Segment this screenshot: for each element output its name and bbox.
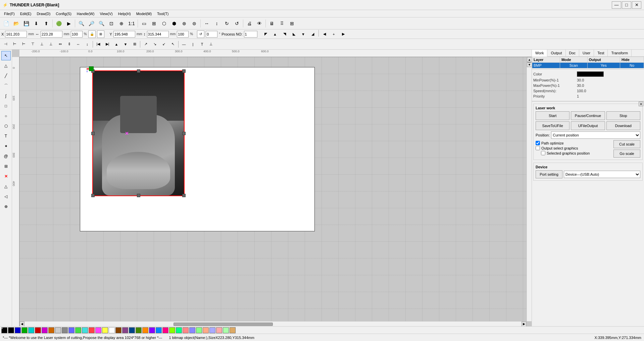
preview-button[interactable]: 👁: [255, 19, 264, 28]
palette-color-5[interactable]: [35, 327, 41, 333]
device-select[interactable]: Device---(USB:Auto): [564, 171, 640, 178]
h-input[interactable]: [147, 31, 169, 38]
go-scale-button[interactable]: Go scale: [613, 150, 640, 158]
palette-color-33[interactable]: [223, 327, 229, 333]
save-button[interactable]: 💾: [21, 19, 31, 28]
menu-edit[interactable]: Edit(E): [17, 11, 34, 16]
align-diag-3[interactable]: ↙: [159, 40, 168, 49]
align-mr[interactable]: ▶: [339, 30, 348, 39]
same-height[interactable]: ↕: [83, 40, 92, 49]
align-center-v[interactable]: ⊥: [38, 40, 46, 49]
hscroll-right[interactable]: ▶: [522, 322, 527, 327]
vscroll-down[interactable]: ▼: [527, 62, 532, 67]
delete-tool[interactable]: ✕: [1, 172, 11, 181]
download-button[interactable]: Download: [606, 121, 640, 130]
canvas-container[interactable]: -200.0 -100.0 0.0 100.0 200.0 300.0 400.…: [12, 50, 532, 326]
palette-color-7[interactable]: [48, 327, 54, 333]
palette-color-30[interactable]: [203, 327, 209, 333]
dots-button[interactable]: ⠿: [277, 19, 287, 28]
palette-color-32[interactable]: [216, 327, 222, 333]
tab-user[interactable]: User: [579, 50, 594, 56]
grid-view-button[interactable]: ⊞: [97, 31, 104, 38]
rotate-ccw-button[interactable]: ↺: [232, 19, 242, 28]
zoom-in-button[interactable]: 🔍: [77, 19, 86, 28]
align-page-bottom[interactable]: ▼: [121, 40, 130, 49]
align-page-right[interactable]: ▶|: [103, 40, 112, 49]
selection-handle-bc[interactable]: [137, 194, 140, 197]
laser-frame-button[interactable]: ▶: [64, 19, 73, 28]
monitor-button[interactable]: 🖥: [267, 19, 277, 28]
palette-color-18[interactable]: [122, 327, 128, 333]
selection-handle-tc[interactable]: [137, 69, 140, 73]
align-bc[interactable]: ▼: [299, 30, 308, 39]
align-page-ch[interactable]: ⊞: [130, 40, 139, 49]
menu-tool[interactable]: Tool(T): [154, 11, 171, 16]
uncombine-button[interactable]: ⊜: [190, 19, 199, 28]
palette-color-17[interactable]: [115, 327, 121, 333]
selection-handle-bl[interactable]: [91, 194, 95, 197]
palette-color-25[interactable]: [169, 327, 175, 333]
color-black[interactable]: ✕: [1, 327, 7, 333]
palette-color-29[interactable]: [196, 327, 202, 333]
selection-handle-ml[interactable]: [91, 132, 95, 135]
star-tool[interactable]: ✦: [1, 141, 11, 151]
save-to-ufile-button[interactable]: SaveToUFile: [536, 121, 569, 130]
selected-image[interactable]: ✕: [92, 70, 185, 196]
menu-help[interactable]: Help(H): [115, 11, 134, 16]
palette-color-26[interactable]: [176, 327, 182, 333]
close-button[interactable]: ✕: [632, 1, 641, 9]
palette-color-9[interactable]: [62, 327, 68, 333]
x-input[interactable]: [5, 31, 27, 38]
rotate-reset-button[interactable]: ↺: [197, 31, 204, 38]
grid-tool[interactable]: ⊞: [1, 162, 11, 171]
palette-color-28[interactable]: [189, 327, 195, 333]
selection-handle-br[interactable]: [182, 194, 186, 197]
output-select-checkbox[interactable]: [536, 146, 540, 150]
selected-pos-checkbox[interactable]: [541, 151, 545, 155]
same-width[interactable]: ↔: [74, 40, 83, 49]
palette-color-24[interactable]: [162, 327, 168, 333]
t-line[interactable]: T: [198, 40, 206, 49]
ellipse-tool[interactable]: ○: [1, 111, 11, 121]
select-tool[interactable]: ↖: [1, 51, 11, 60]
import-button[interactable]: ⬇: [32, 19, 41, 28]
perp-line[interactable]: ⊥: [207, 40, 215, 49]
minimize-button[interactable]: —: [612, 1, 621, 9]
align-page-top[interactable]: ▲: [112, 40, 121, 49]
port-setting-button[interactable]: Port setting: [536, 170, 562, 178]
combine-button[interactable]: ⊛: [180, 19, 189, 28]
align-mc[interactable]: +: [330, 30, 338, 39]
menu-config[interactable]: Config(S): [53, 11, 74, 16]
palette-color-22[interactable]: [149, 327, 155, 333]
vflip-button[interactable]: ↕: [212, 19, 221, 28]
hflip-button[interactable]: ↔: [202, 19, 211, 28]
color-swatch[interactable]: [577, 71, 604, 77]
laser-go-button[interactable]: 🟢: [54, 19, 63, 28]
new-button[interactable]: 📄: [1, 19, 11, 28]
group-button[interactable]: ⬡: [159, 19, 169, 28]
align-left[interactable]: ⊣: [1, 40, 10, 49]
tab-transform[interactable]: Transform: [608, 50, 632, 56]
palette-color-20[interactable]: [136, 327, 142, 333]
zoom-area-button[interactable]: ⊕: [117, 19, 126, 28]
align-top[interactable]: ⊤: [29, 40, 37, 49]
palette-color-6[interactable]: [42, 327, 48, 333]
palette-color-23[interactable]: [156, 327, 162, 333]
palette-color-27[interactable]: [183, 327, 189, 333]
select-rect-button[interactable]: ▭: [139, 19, 149, 28]
palette-color-11[interactable]: [75, 327, 81, 333]
ungroup-button[interactable]: ⬢: [169, 19, 179, 28]
selection-handle-mr[interactable]: [182, 132, 186, 135]
align-diag-1[interactable]: ↗: [141, 40, 150, 49]
w-pct-input[interactable]: [71, 31, 83, 38]
measure-tool[interactable]: △: [1, 182, 11, 191]
vertical-scrollbar[interactable]: ▲ ▼: [527, 57, 532, 321]
lock-aspect-button[interactable]: 🔒: [88, 31, 96, 38]
palette-color-16[interactable]: [109, 327, 115, 333]
snap-tool[interactable]: ⊕: [1, 202, 11, 211]
tab-test[interactable]: Test: [594, 50, 608, 56]
maximize-button[interactable]: □: [622, 1, 631, 9]
panel-close-x[interactable]: ✕: [639, 102, 643, 106]
palette-color-19[interactable]: [129, 327, 135, 333]
export-button[interactable]: ⬆: [42, 19, 51, 28]
